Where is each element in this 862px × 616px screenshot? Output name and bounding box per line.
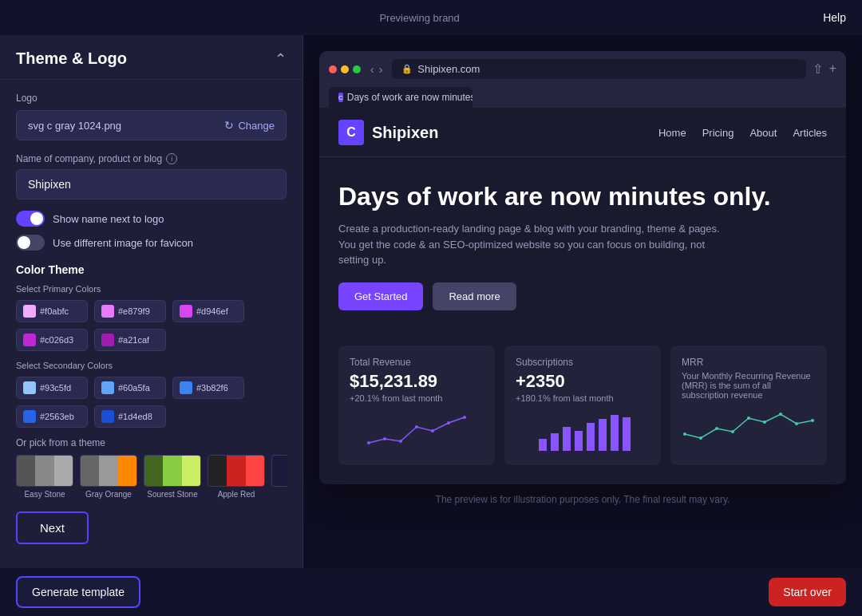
svg-point-6 xyxy=(463,416,466,419)
change-logo-button[interactable]: ↻ Change xyxy=(224,119,275,132)
swatch-label: #c026d3 xyxy=(40,335,73,345)
line-chart-2 xyxy=(682,406,816,446)
theme-apple-red[interactable]: Apple Red xyxy=(208,455,265,499)
name-field-label: Name of company, product or blog i xyxy=(16,153,287,164)
mrr-desc: Your Monthly Recurring Revenue (MRR) is … xyxy=(682,371,816,400)
url-text: Shipixen.com xyxy=(417,63,480,75)
svg-rect-7 xyxy=(539,439,547,451)
theme-more[interactable]: › xyxy=(271,455,287,499)
color-swatch-f0abfc[interactable]: #f0abfc xyxy=(16,300,88,322)
svg-point-1 xyxy=(383,437,386,440)
svg-point-2 xyxy=(399,440,402,443)
hero-title: Days of work are now minutes only. xyxy=(338,181,827,211)
secondary-colors-label: Select Secondary Colors xyxy=(16,361,287,370)
color-swatch-1d4ed8[interactable]: #1d4ed8 xyxy=(94,405,166,428)
swatch-dot xyxy=(23,305,36,318)
browser-tab-bar: C Days of work are now minutes o... xyxy=(319,87,846,109)
total-revenue-card: Total Revenue $15,231.89 +20.1% from las… xyxy=(338,346,495,465)
forward-button[interactable]: › xyxy=(379,63,383,76)
svg-rect-9 xyxy=(563,427,571,451)
start-over-button[interactable]: Start over xyxy=(769,578,846,606)
theme-preview: › xyxy=(271,455,287,487)
theme-sourest-stone[interactable]: Sourest Stone xyxy=(144,455,201,499)
theme-preview xyxy=(16,455,73,487)
theme-easy-stone[interactable]: Easy Stone xyxy=(16,455,73,499)
theme-name: Apple Red xyxy=(208,490,265,499)
new-tab-icon[interactable]: + xyxy=(829,61,836,77)
svg-point-0 xyxy=(367,441,370,444)
mrr-card: MRR Your Monthly Recurring Revenue (MRR)… xyxy=(670,346,827,465)
show-name-toggle-row: Show name next to logo xyxy=(16,211,287,227)
color-swatch-e879f9[interactable]: #e879f9 xyxy=(94,300,166,322)
color-swatch-c026d3[interactable]: #c026d3 xyxy=(16,329,88,351)
color-swatch-3b82f6[interactable]: #3b82f6 xyxy=(172,377,244,399)
browser-tab[interactable]: C Days of work are now minutes o... xyxy=(329,87,473,108)
get-started-button[interactable]: Get Started xyxy=(338,282,423,310)
nav-pricing[interactable]: Pricing xyxy=(702,127,734,139)
swatch-dot xyxy=(180,381,192,394)
theme-picker-label: Or pick from a theme xyxy=(16,437,287,448)
show-name-label: Show name next to logo xyxy=(53,213,164,225)
swatch-label: #f0abfc xyxy=(40,306,69,316)
company-name-input[interactable] xyxy=(16,169,287,199)
swatch-label: #a21caf xyxy=(118,335,149,345)
url-bar[interactable]: 🔒 Shipixen.com xyxy=(392,59,805,79)
left-panel: Theme & Logo ⌃ Logo svg c gray 1024.png … xyxy=(0,35,303,568)
card-change: +20.1% from last month xyxy=(350,393,484,403)
panel-title: Theme & Logo xyxy=(16,49,127,68)
bar-chart xyxy=(516,411,650,451)
color-swatch-2563eb[interactable]: #2563eb xyxy=(16,405,88,428)
swatch-dot xyxy=(23,410,36,423)
maximize-dot xyxy=(353,65,361,73)
color-swatch-a21caf[interactable]: #a21caf xyxy=(94,329,166,351)
collapse-icon[interactable]: ⌃ xyxy=(275,50,287,68)
card-value: $15,231.89 xyxy=(350,371,484,392)
back-button[interactable]: ‹ xyxy=(370,63,374,76)
refresh-icon: ↻ xyxy=(224,119,234,132)
nav-home[interactable]: Home xyxy=(658,127,686,139)
card-value: +2350 xyxy=(516,371,650,392)
right-panel: ‹ › 🔒 Shipixen.com ⇧ + C Days of work ar… xyxy=(303,35,862,568)
color-swatch-d946ef[interactable]: #d946ef xyxy=(172,300,244,322)
top-bar: Previewing brand Help xyxy=(0,0,862,35)
nav-articles[interactable]: Articles xyxy=(793,127,827,139)
theme-gray-orange[interactable]: Gray Orange xyxy=(80,455,137,499)
svg-point-23 xyxy=(811,419,814,422)
swatch-label: #2563eb xyxy=(40,412,74,421)
browser-nav: ‹ › xyxy=(370,63,382,76)
help-button[interactable]: Help xyxy=(823,11,846,24)
site-company-name: Shipixen xyxy=(372,124,438,142)
lock-icon: 🔒 xyxy=(401,64,413,74)
theme-grid: Easy Stone Gray Orange xyxy=(16,455,287,502)
card-change: +180.1% from last month xyxy=(516,393,650,403)
swatch-dot xyxy=(23,381,36,394)
share-icon[interactable]: ⇧ xyxy=(813,61,823,77)
card-title: Subscriptions xyxy=(516,357,650,368)
svg-point-19 xyxy=(747,417,750,420)
theme-name: Gray Orange xyxy=(80,490,137,499)
site-nav: C Shipixen Home Pricing About Articles xyxy=(319,109,846,157)
favicon-toggle[interactable] xyxy=(16,235,45,251)
stats-grid: Total Revenue $15,231.89 +20.1% from las… xyxy=(319,346,846,484)
color-swatch-60a5fa[interactable]: #60a5fa xyxy=(94,377,166,399)
tab-favicon: C xyxy=(338,93,343,102)
primary-color-grid: #f0abfc #e879f9 #d946ef #c026d3 #a21caf xyxy=(16,300,287,351)
show-name-toggle[interactable] xyxy=(16,211,45,227)
svg-rect-8 xyxy=(551,433,559,451)
browser-dots xyxy=(329,65,361,73)
read-more-button[interactable]: Read more xyxy=(433,282,516,310)
swatch-label: #1d4ed8 xyxy=(118,412,152,421)
generate-template-button[interactable]: Generate template xyxy=(16,576,140,608)
swatch-label: #60a5fa xyxy=(118,383,150,393)
browser-mockup: ‹ › 🔒 Shipixen.com ⇧ + C Days of work ar… xyxy=(319,51,846,484)
color-swatch-93c5fd[interactable]: #93c5fd xyxy=(16,377,88,399)
preview-note: The preview is for illustration purposes… xyxy=(436,494,730,505)
svg-point-5 xyxy=(447,421,450,424)
nav-about[interactable]: About xyxy=(749,127,777,139)
next-button[interactable]: Next xyxy=(16,511,89,544)
theme-name: Sourest Stone xyxy=(144,490,201,499)
svg-point-15 xyxy=(683,432,686,436)
svg-point-4 xyxy=(431,429,434,432)
svg-point-17 xyxy=(715,427,718,430)
line-chart xyxy=(350,411,484,451)
